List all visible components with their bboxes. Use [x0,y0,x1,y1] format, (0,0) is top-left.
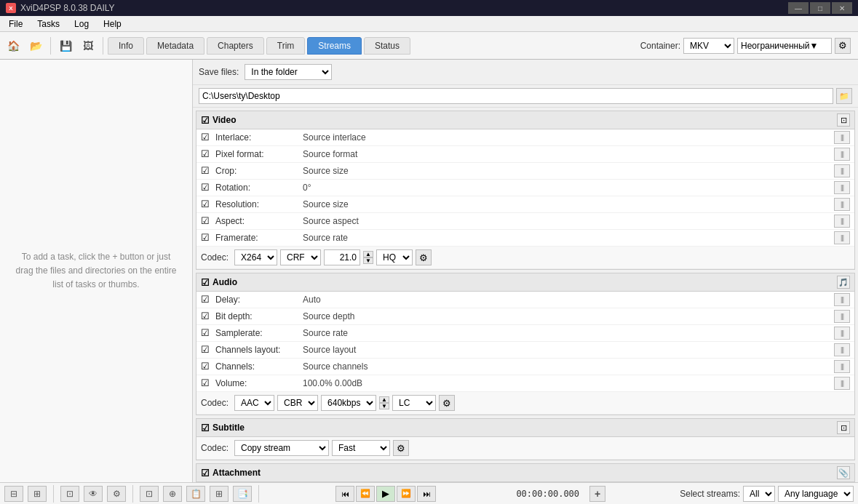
audio-checkbox[interactable] [201,277,210,288]
audio-codec-settings-button[interactable]: ⚙ [439,395,455,411]
video-checkbox[interactable] [201,115,210,126]
tab-status[interactable]: Status [364,37,410,55]
rotation-checkbox[interactable] [201,182,212,193]
aspect-label: Aspect: [215,216,303,226]
bottom-action4-button[interactable]: ⊞ [210,486,229,502]
bottom-action3-button[interactable]: 📋 [186,486,205,502]
volume-edit-button[interactable]: ||| [834,377,850,390]
subtitle-codec-select[interactable]: Copy stream ASS SRT [234,440,329,456]
tab-streams[interactable]: Streams [307,37,362,55]
audio-bitrate-down-button[interactable]: ▼ [379,403,389,409]
play-prev-button[interactable]: ⏪ [356,486,375,502]
video-crf-up-button[interactable]: ▲ [363,251,373,257]
resolution-label: Resolution: [215,199,303,209]
volume-checkbox[interactable] [201,377,212,389]
framerate-checkbox[interactable] [201,232,212,244]
samplerate-value: Source rate [303,328,834,338]
path-browse-button[interactable]: 📁 [836,88,852,104]
channels-value: Source channels [303,361,834,372]
audio-codec-profile-select[interactable]: LC HE HEv2 [392,395,436,411]
toolbar-open-button[interactable]: 📂 [25,36,46,56]
bottom-view1-button[interactable]: ⊡ [60,486,79,502]
audio-codec-select[interactable]: AAC MP3 AC3 [234,395,274,411]
add-stream-button[interactable]: + [589,486,605,502]
tab-chapters[interactable]: Chapters [207,37,264,55]
toolbar-home-button[interactable]: 🏠 [3,36,23,56]
channels-layout-edit-button[interactable]: ||| [834,343,850,356]
maximize-button[interactable]: □ [810,2,830,14]
bottom-add-task-button[interactable]: ⊞ [28,486,47,502]
video-codec-select[interactable]: X264 X265 XVID [234,249,277,265]
tab-trim[interactable]: Trim [266,37,306,55]
subtitle-codec-settings-button[interactable]: ⚙ [393,440,409,456]
pixfmt-checkbox[interactable] [201,148,212,160]
channels-checkbox[interactable] [201,361,212,372]
aspect-edit-button[interactable]: ||| [834,215,850,228]
samplerate-checkbox[interactable] [201,327,212,339]
play-skip-start-button[interactable]: ⏮ [335,486,354,502]
channels-edit-button[interactable]: ||| [834,360,850,373]
menu-help[interactable]: Help [98,17,127,31]
attachment-section-icon-button[interactable]: 📎 [837,466,850,479]
menu-file[interactable]: File [3,17,28,31]
video-codec-mode-select[interactable]: CRF CBR VBR [280,249,321,265]
tab-info[interactable]: Info [108,37,144,55]
bottom-action2-button[interactable]: ⊕ [163,486,182,502]
interlace-checkbox[interactable] [201,132,212,143]
framerate-edit-button[interactable]: ||| [834,231,850,244]
video-codec-settings-button[interactable]: ⚙ [416,249,432,265]
bitdepth-checkbox[interactable] [201,311,212,322]
attachment-checkbox[interactable] [201,468,210,479]
path-row: 📁 [193,85,858,108]
channels-layout-checkbox[interactable] [201,344,212,356]
container-select[interactable]: MKV MP4 AVI [683,38,734,54]
preset-button[interactable]: Неограниченный▼ [737,38,832,54]
tab-metadata[interactable]: Metadata [146,37,204,55]
play-next-button[interactable]: ⏩ [397,486,416,502]
video-section-icon-button[interactable]: ⊡ [837,113,850,127]
audio-bitrate-up-button[interactable]: ▲ [379,396,389,403]
subtitle-section-header: Subtitle ⊡ [196,419,854,437]
audio-codec-bitrate-select[interactable]: 640kbps 320kbps 192kbps [321,395,376,411]
toolbar-snapshot-button[interactable]: 🖼 [78,36,98,56]
resolution-checkbox[interactable] [201,199,212,210]
crop-checkbox[interactable] [201,165,212,177]
samplerate-edit-button[interactable]: ||| [834,327,850,340]
close-button[interactable]: ✕ [832,2,852,14]
menu-log[interactable]: Log [68,17,95,31]
audio-codec-mode-select[interactable]: CBR VBR [277,395,318,411]
resolution-edit-button[interactable]: ||| [834,198,850,211]
subtitle-checkbox[interactable] [201,423,210,433]
video-crf-down-button[interactable]: ▼ [363,257,373,264]
play-button[interactable]: ▶ [376,486,395,502]
container-settings-button[interactable]: ⚙ [835,38,851,54]
path-input[interactable] [199,88,833,104]
rotation-edit-button[interactable]: ||| [834,181,850,194]
bitdepth-edit-button[interactable]: ||| [834,310,850,323]
video-codec-crf-input[interactable] [324,249,360,265]
toolbar-save-button[interactable]: 💾 [55,36,76,56]
aspect-checkbox[interactable] [201,215,212,227]
minimize-button[interactable]: — [788,2,809,14]
subtitle-preset-select[interactable]: Fast Medium Slow [332,440,390,456]
select-streams-all-select[interactable]: All [743,486,775,502]
bottom-action1-button[interactable]: ⊡ [140,486,159,502]
delay-checkbox[interactable] [201,294,212,305]
bottom-preview-button[interactable]: 👁 [84,486,103,502]
play-skip-end-button[interactable]: ⏭ [417,486,436,502]
bottom-remove-button[interactable]: ⊟ [4,486,23,502]
select-streams-lang-select[interactable]: Any language English Russian [778,486,854,502]
video-codec-quality-select[interactable]: HQ LQ MQ [376,249,413,265]
crop-edit-button[interactable]: ||| [834,164,850,177]
app-icon: X [6,3,16,13]
bottom-settings2-button[interactable]: ⚙ [107,486,126,502]
delay-edit-button[interactable]: ||| [834,293,850,306]
menu-tasks[interactable]: Tasks [31,17,65,31]
interlace-edit-button[interactable]: ||| [834,131,850,144]
samplerate-label: Samplerate: [215,328,303,338]
pixfmt-edit-button[interactable]: ||| [834,148,850,161]
save-files-select[interactable]: In the folder Same folder Custom [245,64,332,80]
bottom-action5-button[interactable]: 📑 [233,486,252,502]
subtitle-section-icon-button[interactable]: ⊡ [837,421,850,434]
audio-section-icon-button[interactable]: 🎵 [837,276,850,289]
